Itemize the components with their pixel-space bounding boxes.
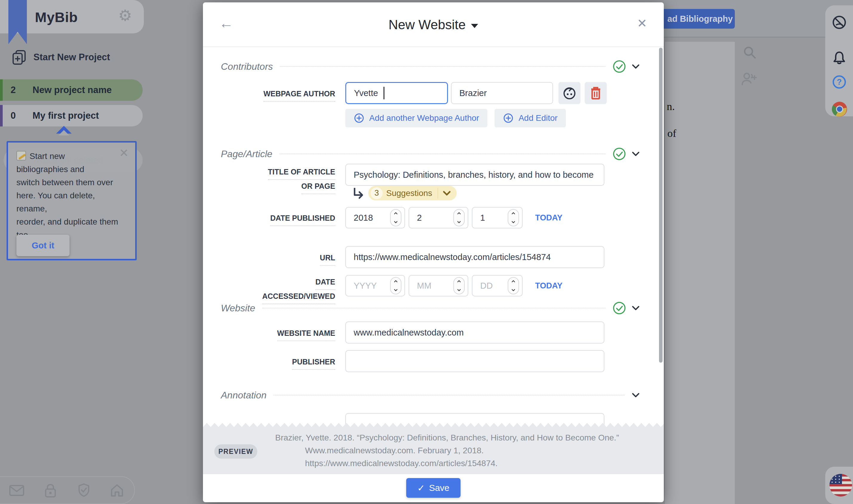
- trash-icon: [589, 86, 603, 101]
- suggestions-button[interactable]: 3 Suggestions: [368, 186, 457, 200]
- project-name: My first project: [33, 110, 99, 121]
- lock-icon[interactable]: [43, 483, 58, 498]
- preview-torn-edge: [203, 423, 664, 427]
- add-contributor-row: Add another Webpage Author Add Editor: [203, 109, 566, 127]
- start-new-project-label: Start New Project: [33, 52, 110, 62]
- accessed-month-spinner: [408, 275, 468, 296]
- section-collapse-chevron-icon[interactable]: [631, 64, 640, 69]
- add-author-label: Add another Webpage Author: [369, 113, 479, 123]
- hide-ads-icon[interactable]: [832, 15, 847, 30]
- published-today-link[interactable]: TODAY: [535, 207, 562, 229]
- notifications-bell-icon[interactable]: [832, 50, 847, 65]
- published-month-input[interactable]: [409, 208, 448, 228]
- modal-title-dropdown[interactable]: New Website: [203, 2, 664, 47]
- modal-header: ← New Website ✕: [203, 2, 664, 47]
- webpage-author-label: WEBPAGE AUTHOR: [203, 82, 335, 102]
- add-another-author-button[interactable]: Add another Webpage Author: [345, 109, 487, 127]
- sidebar-project[interactable]: 0 My first project: [0, 105, 143, 126]
- settings-gear-icon[interactable]: ⚙: [118, 8, 132, 23]
- tooltip-text: Start new bibliographies and switch betw…: [8, 143, 135, 241]
- accessed-today-link[interactable]: TODAY: [535, 275, 562, 296]
- spinner-control[interactable]: [390, 277, 401, 294]
- suggestions-chevron-icon: [442, 190, 451, 196]
- add-editor-button[interactable]: Add Editor: [494, 109, 566, 127]
- text-caret: [384, 87, 384, 99]
- project-color-bar: [0, 79, 3, 101]
- tooltip-close-icon[interactable]: ✕: [119, 147, 129, 159]
- spinner-control[interactable]: [453, 209, 465, 226]
- citation-text: Brazier, Yvette. 2018. “Psychology: Defi…: [275, 431, 642, 470]
- tooltip-pointer-fill: [58, 130, 69, 136]
- citation-line: Www.medicalnewstoday.com. February 1, 20…: [305, 444, 642, 457]
- publisher-input[interactable]: [345, 350, 604, 372]
- plus-circle-icon: [503, 113, 513, 124]
- spinner-control[interactable]: [508, 209, 519, 226]
- new-website-modal: ← New Website ✕ Contributors WEBPAGE AUT…: [203, 2, 664, 502]
- suggestions-count-badge: 3: [371, 187, 383, 199]
- website-name-label: WEBSITE NAME: [203, 322, 335, 341]
- mail-icon[interactable]: [8, 483, 25, 498]
- author-person-options-button[interactable]: [558, 82, 580, 104]
- accessed-year-input[interactable]: [346, 275, 385, 296]
- section-annotation: Annotation: [221, 388, 640, 402]
- search-icon[interactable]: [743, 45, 758, 60]
- project-count: 0: [3, 110, 23, 121]
- document-text-fragment: of: [667, 127, 676, 140]
- sidebar-project-selected[interactable]: 2 New project name: [0, 79, 143, 101]
- shield-check-icon[interactable]: [76, 483, 92, 498]
- close-icon[interactable]: ✕: [637, 17, 647, 29]
- modal-scrollbar[interactable]: [659, 48, 663, 363]
- bibliography-document: n. of: [665, 42, 735, 504]
- project-color-bar: [0, 105, 3, 126]
- section-divider: [274, 395, 624, 395]
- add-editor-label: Add Editor: [518, 113, 558, 123]
- plus-circle-icon: [354, 113, 364, 124]
- got-it-button[interactable]: Got it: [16, 235, 70, 256]
- date-published-label: DATE PUBLISHED: [203, 207, 335, 226]
- author-first-name-input[interactable]: [345, 82, 448, 104]
- section-complete-check-icon: [612, 147, 626, 161]
- author-last-name-input[interactable]: [451, 82, 553, 104]
- start-new-project-button[interactable]: Start New Project: [11, 50, 110, 65]
- title-of-article-label: TITLE OF ARTICLE OR PAGE: [203, 164, 335, 194]
- website-name-input[interactable]: [345, 322, 604, 344]
- spinner-control[interactable]: [453, 277, 465, 294]
- website-name-row: WEBSITE NAME: [203, 322, 604, 344]
- person-add-icon[interactable]: [741, 72, 758, 88]
- section-collapse-chevron-icon[interactable]: [631, 305, 640, 311]
- onboarding-tooltip: Start new bibliographies and switch betw…: [6, 141, 137, 260]
- article-title-input[interactable]: [345, 164, 604, 186]
- accessed-year-spinner: [345, 275, 405, 296]
- help-icon[interactable]: ?: [832, 75, 847, 89]
- citation-line: Brazier, Yvette. 2018. “Psychology: Defi…: [275, 431, 642, 444]
- accessed-day-input[interactable]: [472, 275, 502, 296]
- section-divider: [280, 66, 605, 67]
- publisher-row: PUBLISHER: [203, 350, 604, 372]
- url-input[interactable]: [345, 246, 604, 268]
- document-text-fragment: n.: [667, 100, 675, 113]
- spinner-control[interactable]: [508, 277, 519, 294]
- published-day-spinner: [472, 207, 523, 229]
- save-button[interactable]: ✓ Save: [406, 478, 460, 498]
- preview-badge: PREVIEW: [214, 444, 257, 459]
- check-icon: ✓: [417, 483, 425, 493]
- accessed-day-spinner: [472, 275, 523, 296]
- chrome-icon[interactable]: [832, 102, 847, 117]
- save-label: Save: [429, 483, 449, 493]
- citation-preview: PREVIEW Brazier, Yvette. 2018. “Psycholo…: [203, 427, 664, 474]
- spinner-control[interactable]: [390, 209, 401, 226]
- branch-arrow-icon: [353, 187, 365, 200]
- section-title: Website: [221, 303, 255, 314]
- dropdown-caret-icon: [471, 24, 478, 28]
- published-year-input[interactable]: [346, 208, 385, 228]
- section-collapse-chevron-icon[interactable]: [631, 393, 640, 398]
- home-icon[interactable]: [109, 483, 125, 498]
- published-day-input[interactable]: [472, 208, 502, 228]
- us-flag-icon[interactable]: [830, 474, 852, 497]
- section-collapse-chevron-icon[interactable]: [631, 151, 640, 157]
- download-bibliography-button[interactable]: ad Bibliography: [664, 9, 735, 29]
- delete-author-button[interactable]: [585, 82, 607, 104]
- section-title: Contributors: [221, 61, 273, 72]
- accessed-month-input[interactable]: [409, 275, 448, 296]
- date-published-row: DATE PUBLISHED: [203, 207, 562, 229]
